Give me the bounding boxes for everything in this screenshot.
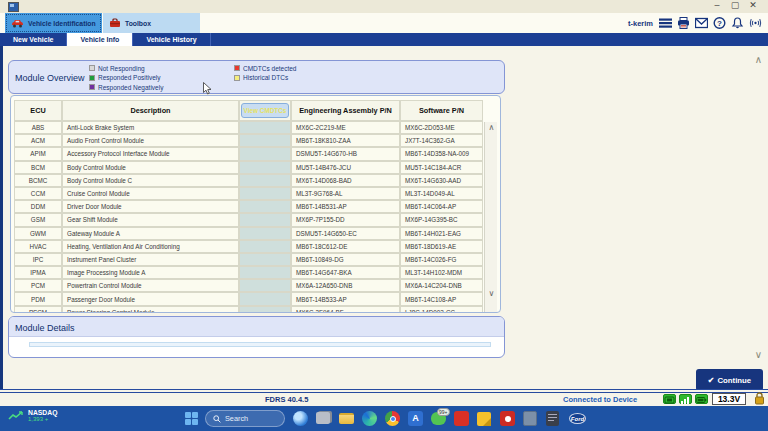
red-dot-app-icon[interactable] <box>500 411 515 426</box>
scroll-down-icon[interactable]: ∨ <box>487 289 496 298</box>
app-a-icon[interactable]: A <box>408 411 423 426</box>
window-left-edge <box>0 46 3 389</box>
cell-status <box>239 253 291 266</box>
table-row[interactable]: ABSAnti-Lock Brake SystemMX6C-2C219-MEMX… <box>14 121 484 134</box>
cell-status <box>239 134 291 147</box>
search-icon <box>213 415 221 423</box>
chat-icon[interactable]: 99+ <box>431 411 446 426</box>
legend-item: Not Responding <box>89 64 163 72</box>
cell-status <box>239 240 291 253</box>
cell-status <box>239 200 291 213</box>
tab-toolbox[interactable]: Toolbox <box>103 13 200 33</box>
table-row[interactable]: PDMPassenger Door ModuleMB6T-14B533-APMB… <box>14 292 484 305</box>
cell-engineering-pn: MB6T-14G647-BKA <box>291 266 400 279</box>
main-content: Module Overview Not RespondingResponded … <box>0 46 768 389</box>
search-box[interactable]: Search <box>205 410 285 427</box>
battery-voltage: 13.3V <box>712 393 746 405</box>
notifications-bell-icon[interactable] <box>731 17 744 29</box>
cell-ecu: PSCM <box>14 306 62 313</box>
cell-ecu: ABS <box>14 121 62 134</box>
legend-color-swatch <box>234 75 240 81</box>
table-row[interactable]: BCMBody Control ModuleMU5T-14B476-JCUMU5… <box>14 161 484 174</box>
page-scroll-up-icon[interactable]: ∧ <box>755 54 762 65</box>
table-row[interactable]: BCMCBody Control Module CMX6T-14D068-BAD… <box>14 174 484 187</box>
wireless-icon[interactable] <box>749 17 762 29</box>
table-row[interactable]: GWMGateway Module ADSMU5T-14G650-ECMB6T-… <box>14 227 484 240</box>
blue-gray-app-icon[interactable] <box>523 411 538 426</box>
table-row[interactable]: PSCMPower Steering Control ModuleMX6C-3F… <box>14 306 484 313</box>
table-scrollbar[interactable]: ∧ ∨ <box>484 122 497 312</box>
cell-engineering-pn: MB6T-18K810-ZAA <box>291 134 400 147</box>
cell-software-pn: MB6T-14D358-NA-009 <box>400 147 483 160</box>
menu-icon[interactable] <box>659 17 672 29</box>
connected-status: Connected to Device <box>563 395 637 404</box>
module-details-header <box>9 317 504 337</box>
table-row[interactable]: APIMAccessory Protocol Interface ModuleD… <box>14 147 484 160</box>
stickynote-icon[interactable] <box>477 411 492 426</box>
stock-widget[interactable]: NASDAQ 1,393 + <box>8 409 57 422</box>
table-row[interactable]: IPCInstrument Panel ClusterMB6T-10849-DG… <box>14 253 484 266</box>
stock-chart-icon <box>8 410 24 422</box>
cell-software-pn: MX6T-14G630-AAD <box>400 174 483 187</box>
nav-vehicle-history[interactable]: Vehicle History <box>133 33 210 46</box>
cell-ecu: PDM <box>14 292 62 305</box>
app-tab-strip: Vehicle Identification Toolbox t-kerim ? <box>0 13 768 33</box>
stock-name: NASDAQ <box>28 409 57 416</box>
cell-software-pn: MX6P-14G395-BC <box>400 213 483 226</box>
cell-software-pn: ML3T-14H102-MDM <box>400 266 483 279</box>
col-header-description[interactable]: Description <box>62 100 239 121</box>
taskview-icon[interactable] <box>316 411 331 426</box>
cell-software-pn: ML3T-14D049-AL <box>400 187 483 200</box>
cell-status <box>239 306 291 313</box>
cell-description: Anti-Lock Brake System <box>62 121 239 134</box>
table-row[interactable]: HVACHeating, Ventilation And Air Conditi… <box>14 240 484 253</box>
file-explorer-icon[interactable] <box>339 411 354 426</box>
cell-software-pn: MB6T-14C108-AP <box>400 292 483 305</box>
lock-icon[interactable] <box>754 392 765 405</box>
col-header-engineering-pn[interactable]: Engineering Assembly P/N <box>291 100 400 121</box>
table-row[interactable]: ACMAudio Front Control ModuleMB6T-18K810… <box>14 134 484 147</box>
edge-icon[interactable] <box>362 411 377 426</box>
cell-engineering-pn: MB6T-14B533-AP <box>291 292 400 305</box>
close-button[interactable]: ✕ <box>744 0 762 10</box>
table-row[interactable]: GSMGear Shift ModuleMX6P-7P155-DDMX6P-14… <box>14 213 484 226</box>
cell-ecu: ACM <box>14 134 62 147</box>
notepad-icon[interactable] <box>546 411 561 426</box>
cell-description: Gateway Module A <box>62 227 239 240</box>
view-cmdtcs-button[interactable]: View CMDTCs <box>241 103 289 118</box>
stock-change: 1,393 + <box>28 416 57 422</box>
red-app-icon[interactable] <box>454 411 469 426</box>
cell-description: Driver Door Module <box>62 200 239 213</box>
cell-software-pn: MU5T-14C184-ACR <box>400 161 483 174</box>
scroll-up-icon[interactable]: ∧ <box>487 123 496 132</box>
table-row[interactable]: DDMDriver Door ModuleMB6T-14B531-APMB6T-… <box>14 200 484 213</box>
tab-vehicle-identification[interactable]: Vehicle Identification <box>5 13 102 33</box>
cell-engineering-pn: MX6C-2C219-ME <box>291 121 400 134</box>
table-row[interactable]: PCMPowertrain Control ModuleMX6A-12A650-… <box>14 279 484 292</box>
start-button[interactable] <box>185 412 198 425</box>
widgets-icon[interactable] <box>293 411 308 426</box>
col-header-status: View CMDTCs <box>239 100 291 121</box>
col-header-ecu[interactable]: ECU <box>14 100 62 121</box>
cell-ecu: HVAC <box>14 240 62 253</box>
legend-label: CMDTCs detected <box>243 65 296 72</box>
continue-button[interactable]: ✔ Continue <box>696 369 763 391</box>
minimize-button[interactable]: – <box>708 0 726 10</box>
user-name: t-kerim <box>628 19 653 28</box>
cell-engineering-pn: MB6T-14B531-AP <box>291 200 400 213</box>
cell-engineering-pn: MB6T-18C612-DE <box>291 240 400 253</box>
col-header-software-pn[interactable]: Software P/N <box>400 100 483 121</box>
mail-icon[interactable] <box>695 17 708 29</box>
fdrs-ford-icon[interactable]: Ford <box>569 411 584 426</box>
help-icon[interactable]: ? <box>713 17 726 29</box>
chrome-icon[interactable] <box>385 411 400 426</box>
maximize-button[interactable]: ▢ <box>726 0 744 10</box>
page-scroll-down-icon[interactable]: ∨ <box>755 349 762 360</box>
nav-new-vehicle[interactable]: New Vehicle <box>0 33 67 46</box>
cell-status <box>239 161 291 174</box>
printer-icon[interactable] <box>677 17 690 29</box>
cell-engineering-pn: MU5T-14B476-JCU <box>291 161 400 174</box>
table-row[interactable]: IPMAImage Processing Module AMB6T-14G647… <box>14 266 484 279</box>
nav-vehicle-info[interactable]: Vehicle Info <box>67 33 133 46</box>
table-row[interactable]: CCMCruise Control ModuleML3T-9G768-ALML3… <box>14 187 484 200</box>
